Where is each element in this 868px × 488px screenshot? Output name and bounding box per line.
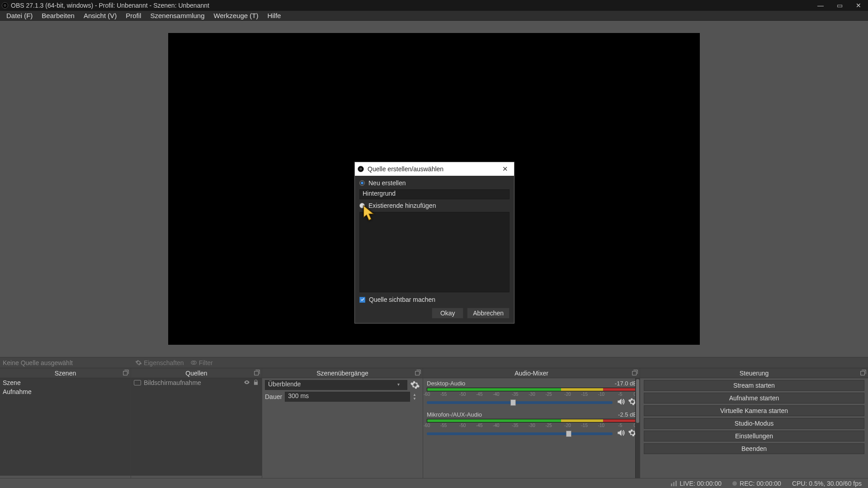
make-visible-checkbox[interactable]: Quelle sichtbar machen <box>359 296 509 303</box>
dialog-titlebar[interactable]: Quelle erstellen/auswählen ✕ <box>355 162 514 176</box>
radio-icon <box>359 203 365 208</box>
radio-create-new[interactable]: Neu erstellen <box>359 179 509 187</box>
radio-new-label: Neu erstellen <box>368 179 406 187</box>
dialog-cancel-button[interactable]: Abbrechen <box>467 308 509 319</box>
existing-sources-listbox[interactable] <box>359 212 509 292</box>
dialog-layer: Quelle erstellen/auswählen ✕ Neu erstell… <box>0 0 868 488</box>
radio-add-existing[interactable]: Existierende hinzufügen <box>359 202 509 209</box>
dialog-ok-button[interactable]: Okay <box>432 308 463 319</box>
radio-icon <box>359 180 365 186</box>
dialog-body: Neu erstellen Hintergrund Existierende h… <box>355 176 514 323</box>
dialog-close-button[interactable]: ✕ <box>496 162 514 176</box>
dialog-title: Quelle erstellen/auswählen <box>368 165 443 173</box>
radio-existing-label: Existierende hinzufügen <box>368 202 436 209</box>
obs-logo-icon <box>358 166 364 172</box>
checkbox-icon <box>359 297 365 303</box>
source-name-input[interactable]: Hintergrund <box>359 189 509 199</box>
create-source-dialog: Quelle erstellen/auswählen ✕ Neu erstell… <box>354 162 514 324</box>
make-visible-label: Quelle sichtbar machen <box>369 296 435 303</box>
source-name-value: Hintergrund <box>363 190 396 197</box>
